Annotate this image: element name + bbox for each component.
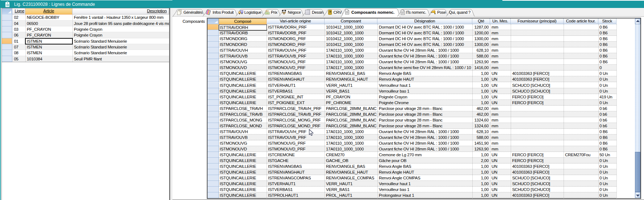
svg-text:Généralités: Généralités: [184, 10, 203, 14]
svg-text:ITs nomenc.: ITs nomenc.: [406, 10, 426, 14]
svg-text:Négoce: Négoce: [288, 10, 301, 14]
svg-text:Qui, quand ?: Qui, quand ?: [449, 10, 471, 14]
svg-text:Dessin: Dessin: [312, 10, 323, 14]
svg-text:Infos Produit: Infos Produit: [213, 10, 234, 14]
svg-text:CRV: CRV: [334, 10, 342, 14]
svg-text:Logistique: Logistique: [244, 10, 262, 14]
svg-text:Prix: Prix: [271, 10, 278, 14]
svg-text:Composants nomenc.: Composants nomenc.: [351, 10, 394, 14]
svg-text:Pose: Pose: [437, 10, 446, 14]
